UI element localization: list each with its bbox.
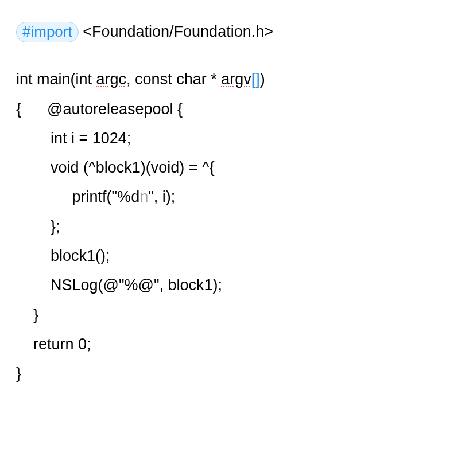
line-return: return 0; [16,330,457,359]
close-bracket: ] [255,71,260,88]
escape-n: n [139,188,148,205]
import-directive: #import [16,22,79,42]
text: printf("%d [16,188,139,205]
line-pool-close: } [16,301,457,330]
code-block: #import <Foundation/Foundation.h> int ma… [16,17,457,389]
import-path: <Foundation/Foundation.h> [79,23,273,40]
text: ", i); [148,188,175,205]
line-block-close: }; [16,212,457,241]
blank-line [16,46,457,65]
text: , const char * [126,71,221,88]
argv: argv [221,71,251,88]
argc: argc [96,71,127,88]
line-int-i: int i = 1024; [16,124,457,153]
line-nslog: NSLog(@"%@", block1); [16,271,457,300]
line-block-call: block1(); [16,241,457,271]
line-main-signature: int main(int argc, const char * argv[]) [16,65,457,94]
line-printf: printf("%dn", i); [16,182,457,212]
close-paren: ) [260,71,265,88]
line-block-decl: void (^block1)(void) = ^{ [16,153,457,182]
line-main-close: } [16,359,457,388]
text: int main(int [16,71,96,88]
line-import: #import <Foundation/Foundation.h> [16,17,457,46]
line-open-autorelease: { @autoreleasepool { [16,95,457,124]
